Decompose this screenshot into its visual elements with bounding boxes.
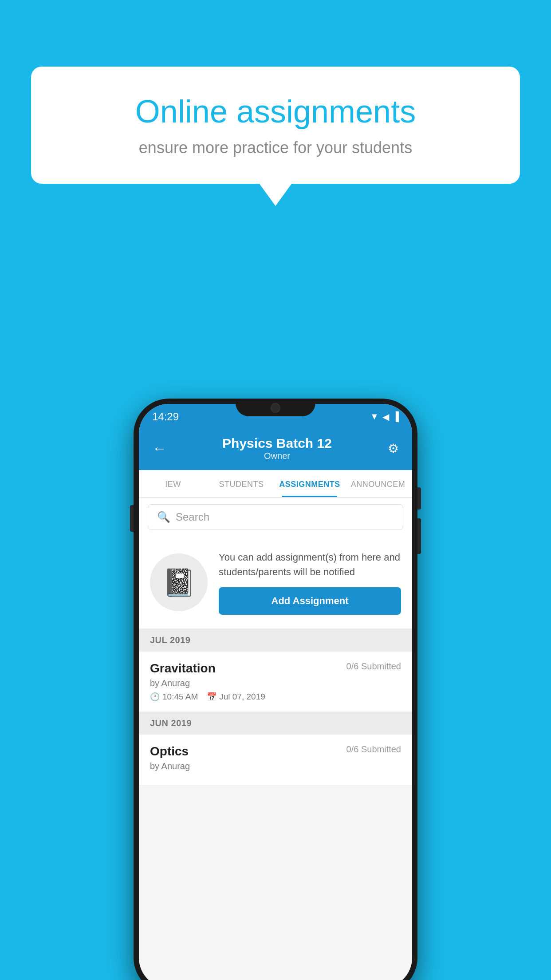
volume-button-right — [417, 518, 421, 554]
search-placeholder: Search — [176, 511, 209, 523]
assignment-item-optics[interactable]: Optics 0/6 Submitted by Anurag — [139, 735, 412, 785]
bubble-subtitle: ensure more practice for your students — [62, 138, 489, 157]
assignment-title: Gravitation — [150, 661, 216, 676]
promo-content: You can add assignment(s) from here and … — [219, 550, 401, 615]
section-header-jun: JUN 2019 — [139, 712, 412, 735]
assignment-top: Gravitation 0/6 Submitted — [150, 661, 401, 676]
tab-announcements[interactable]: ANNOUNCEM — [344, 470, 412, 497]
tab-students[interactable]: STUDENTS — [207, 470, 276, 497]
phone-outer: 14:29 ▼ ◀ ▐ ← Physics Batch 12 Owner ⚙ I… — [134, 399, 417, 980]
status-icons: ▼ ◀ ▐ — [370, 411, 399, 422]
bubble-title: Online assignments — [62, 93, 489, 130]
speech-bubble-container: Online assignments ensure more practice … — [31, 67, 520, 184]
assignment-item-gravitation[interactable]: Gravitation 0/6 Submitted by Anurag 🕐 10… — [139, 652, 412, 712]
phone-camera — [271, 403, 280, 413]
assignment-top-optics: Optics 0/6 Submitted — [150, 744, 401, 759]
assignment-by-optics: by Anurag — [150, 761, 401, 771]
volume-button — [130, 505, 134, 532]
wifi-icon: ▼ — [370, 411, 379, 422]
tab-iew[interactable]: IEW — [139, 470, 207, 497]
phone-screen: 14:29 ▼ ◀ ▐ ← Physics Batch 12 Owner ⚙ I… — [139, 404, 412, 980]
phone-notch — [236, 399, 315, 416]
battery-icon: ▐ — [393, 411, 399, 422]
calendar-icon: 📅 — [207, 692, 216, 702]
assignment-meta: 🕐 10:45 AM 📅 Jul 07, 2019 — [150, 692, 401, 702]
status-time: 14:29 — [152, 411, 179, 423]
promo-icon-circle: 📓 — [150, 553, 208, 611]
meta-time: 🕐 10:45 AM — [150, 692, 198, 702]
assignment-by: by Anurag — [150, 678, 401, 688]
assignment-submitted: 0/6 Submitted — [346, 661, 401, 672]
phone-frame: 14:29 ▼ ◀ ▐ ← Physics Batch 12 Owner ⚙ I… — [134, 399, 417, 980]
section-header-jul: JUL 2019 — [139, 629, 412, 652]
notebook-icon: 📓 — [162, 567, 196, 598]
app-header: ← Physics Batch 12 Owner ⚙ — [139, 427, 412, 470]
header-center: Physics Batch 12 Owner — [222, 436, 332, 461]
assignment-submitted-optics: 0/6 Submitted — [346, 744, 401, 755]
meta-date: 📅 Jul 07, 2019 — [207, 692, 265, 702]
screen-content: 🔍 Search 📓 You can add assignment(s) fro… — [139, 498, 412, 980]
settings-icon[interactable]: ⚙ — [388, 441, 399, 456]
back-button[interactable]: ← — [152, 440, 166, 457]
clock-icon: 🕐 — [150, 692, 160, 702]
search-bar[interactable]: 🔍 Search — [148, 504, 403, 530]
tab-bar: IEW STUDENTS ASSIGNMENTS ANNOUNCEM — [139, 470, 412, 498]
header-subtitle: Owner — [222, 451, 332, 461]
assignment-time: 10:45 AM — [162, 692, 198, 702]
add-assignment-button[interactable]: Add Assignment — [219, 587, 401, 615]
search-container: 🔍 Search — [139, 498, 412, 537]
power-button — [417, 487, 421, 510]
speech-bubble: Online assignments ensure more practice … — [31, 67, 520, 184]
header-title: Physics Batch 12 — [222, 436, 332, 451]
assignment-date: Jul 07, 2019 — [219, 692, 265, 702]
tab-assignments[interactable]: ASSIGNMENTS — [276, 470, 344, 497]
search-icon: 🔍 — [157, 511, 170, 523]
promo-text: You can add assignment(s) from here and … — [219, 550, 401, 579]
signal-icon: ◀ — [382, 411, 389, 422]
promo-section: 📓 You can add assignment(s) from here an… — [139, 537, 412, 628]
assignment-title-optics: Optics — [150, 744, 189, 759]
